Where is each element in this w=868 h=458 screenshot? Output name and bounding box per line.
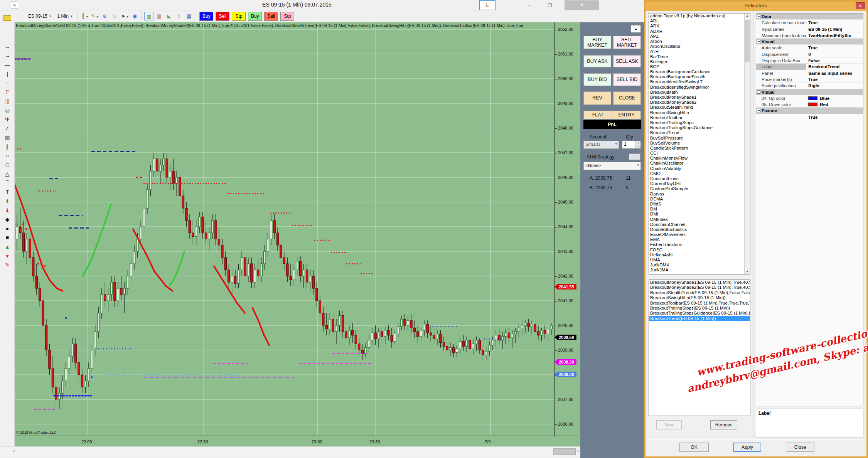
indicator-list-item[interactable]: BreakoutMoneyShade2 (649, 100, 750, 105)
ruler-icon[interactable] (3, 15, 11, 21)
indicator-list-item[interactable]: DMIndex (649, 217, 750, 222)
entry-button[interactable]: ENTRY (612, 111, 641, 119)
indicator-list-item[interactable]: DMI (649, 212, 750, 217)
indicator-list-item[interactable]: BreakoutBackgroundStealth (649, 74, 750, 79)
quick-buy-button[interactable]: Buy (248, 12, 262, 21)
triangle-down-icon[interactable]: ▼ (3, 252, 12, 261)
indicator-list-item[interactable]: ADL (649, 19, 750, 24)
bars-panel-icon[interactable]: ▥ (154, 12, 163, 20)
indicator-list-item[interactable]: ChaikinOscillator (649, 161, 750, 166)
indicator-list-item[interactable]: ConstantLines (649, 176, 750, 181)
indicator-list-item[interactable]: BuySellPressure (649, 136, 750, 141)
fibonacci-retracement-icon[interactable]: ≡ (3, 79, 12, 88)
configured-indicator-item[interactable]: BreakoutMoneyShade2(ES 09-15 (1 Min),Tru… (649, 285, 750, 290)
dollar-icon[interactable]: $ (174, 12, 184, 20)
vertical-line-icon[interactable]: | (3, 70, 12, 79)
indicator-list-item[interactable]: BreakoutMath (649, 90, 750, 95)
scroll-down-icon[interactable]: ▼ (745, 270, 750, 273)
scrollbar-thumb[interactable] (553, 448, 576, 455)
cursor-icon[interactable]: ➤ ▾ (120, 12, 129, 20)
configured-indicator-item[interactable]: BreakoutTrend(ES 09-15 (1 Min)) (649, 316, 750, 321)
indicator-list-item[interactable]: BreakoutTrailingStopsGuidance (649, 125, 750, 130)
flat-button[interactable]: FLAT (583, 111, 612, 119)
layout-button[interactable]: L (479, 0, 496, 10)
property-section-header[interactable]: Visual (756, 39, 863, 45)
indicator-list-item[interactable]: ChaikinMoneyFlow (649, 156, 750, 161)
property-row[interactable]: Scale justificationRight (756, 83, 863, 89)
indicator-list-item[interactable]: Aroon (649, 39, 750, 44)
property-row[interactable]: LabelBreakoutTrend (756, 64, 863, 70)
instrument-selector[interactable]: ES 09-15 ▾ (26, 13, 54, 20)
indicator-list-item[interactable]: DM (649, 207, 750, 212)
indicator-list-item[interactable]: EMA (649, 237, 750, 242)
configured-indicator-item[interactable]: BreakoutMoneyShade1(ES 09-15 (1 Min),Tru… (649, 280, 750, 285)
spinner-arrows[interactable]: ▴▾ (635, 141, 640, 148)
quick-stp-button[interactable]: Stp (232, 12, 246, 21)
indicator-list-scrollbar[interactable]: ▲ ▼ (744, 13, 750, 274)
fibonacci-circle-icon[interactable]: ◎ (3, 106, 12, 115)
grid-panel-icon[interactable]: ▦ (184, 12, 194, 20)
property-row[interactable]: Maximum bars look baTwoHundredFiftySix (756, 32, 863, 39)
sell-ask-button[interactable]: SELL ASK (613, 55, 641, 67)
property-row[interactable]: Price marker(s)True (756, 76, 863, 83)
property-row[interactable]: Displacement0 (756, 51, 863, 57)
minimize-button[interactable]: – (521, 0, 537, 10)
zoom-in-icon[interactable]: ⊕ (100, 12, 109, 20)
scroll-right-icon[interactable]: › (577, 448, 579, 454)
configured-indicator-item[interactable]: BreakoutToolbar(ES 09-15 (1 Min),True,Tr… (649, 301, 750, 306)
indicator-list-item[interactable]: BreakoutidentifiedSwingLT (649, 79, 750, 84)
arrow-line-icon[interactable]: → (3, 52, 12, 60)
atm-more-button[interactable]: ... (629, 153, 640, 160)
configured-indicator-item[interactable]: BreakoutSwingHiLo(ES 09-15 (1 Min)) (649, 295, 750, 300)
indicator-list-item[interactable]: BOP (649, 64, 750, 69)
indicator-list-item[interactable]: BreakoutBackgroundGuidance (649, 69, 750, 74)
property-row[interactable]: 05. Down colorRed (756, 101, 863, 108)
gann-fan-icon[interactable]: ∠ (3, 125, 12, 133)
indicator-list-item[interactable]: BreakoutIdentifiedSwingMinor (649, 85, 750, 90)
toolbar-grip[interactable]: ⋮ (20, 14, 24, 19)
fibonacci-time-icon[interactable]: ||| (3, 97, 12, 106)
panel-splitter[interactable] (753, 12, 753, 438)
ray-icon[interactable]: — (3, 34, 12, 42)
brush-icon[interactable]: ✎ (3, 261, 12, 269)
indicator-list-item[interactable]: BreakoutTrend (649, 130, 750, 135)
indicator-list-item[interactable]: Darvas (649, 192, 750, 197)
indicator-list-item[interactable]: BreakoutSwingHiLo (649, 110, 750, 115)
resize-grip[interactable]: ⋰ (860, 451, 864, 455)
indicator-list-item[interactable]: DEMA (649, 197, 750, 202)
property-section-header[interactable]: Data (756, 13, 863, 20)
regression-channel-icon[interactable]: ▨ (3, 134, 12, 142)
property-row[interactable]: 04. Up colorBlue (756, 95, 863, 101)
close-button[interactable]: ✕ (565, 0, 599, 10)
indicator-list-item[interactable]: DonchianChannel (649, 222, 750, 227)
buy-bid-button[interactable]: BUY BID (583, 73, 611, 86)
indicator-list-item[interactable]: CustomPlotSample (649, 186, 750, 191)
configured-indicator-item[interactable]: BreakoutTrailingStops(ES 09-15 (1 Min)) (649, 306, 750, 311)
account-select[interactable]: Sim101 ▾ (583, 141, 619, 149)
indicator-list-item[interactable]: CurrentDayOHL (649, 181, 750, 186)
arrow-down-icon[interactable]: ⬇ (3, 207, 12, 215)
indicator-list-item[interactable]: BuySellVolume (649, 141, 750, 146)
chart-trader-icon[interactable]: ▥ (144, 12, 153, 20)
configured-indicator-item[interactable]: BreakoutTrailingStopsGuidance(ES 09-15 (… (649, 311, 750, 316)
scrollbar-thumb[interactable] (745, 20, 750, 62)
property-section-header[interactable]: Visual (756, 89, 863, 95)
zoom-out-icon[interactable]: ⊖ (110, 12, 119, 20)
quick-stp-button[interactable]: Stp (280, 12, 294, 21)
indicator-list-item[interactable]: DftdS (649, 202, 750, 207)
diamond-icon[interactable]: ◆ (3, 216, 12, 224)
line-segment-icon[interactable]: — (3, 25, 12, 33)
dialog-close-icon[interactable]: x (856, 2, 865, 9)
close-button[interactable]: CLOSE (613, 91, 641, 105)
indicator-list[interactable]: addon Tape v3.1p (by Ninja-addon.eu)ADLA… (649, 13, 750, 274)
buy-ask-button[interactable]: BUY ASK (583, 55, 611, 67)
indicator-list-item[interactable]: CandleStickPattern (649, 146, 750, 151)
remove-button[interactable]: Remove (710, 420, 737, 429)
parallel-channel-icon[interactable]: ∥ (3, 143, 12, 151)
indicator-list-item[interactable]: BreakoutStealthTrend (649, 105, 750, 110)
indicator-list-item[interactable]: FisherTransform (649, 242, 750, 247)
buy-market-button[interactable]: BUY MARKET (583, 36, 611, 49)
quick-sell-button[interactable]: Sell (216, 12, 229, 21)
configured-indicator-item[interactable]: BreakoutStealthTrend(ES 09-15 (1 Min),Fa… (649, 290, 750, 295)
indicator-list-item[interactable]: HeikenAshi (649, 253, 750, 258)
